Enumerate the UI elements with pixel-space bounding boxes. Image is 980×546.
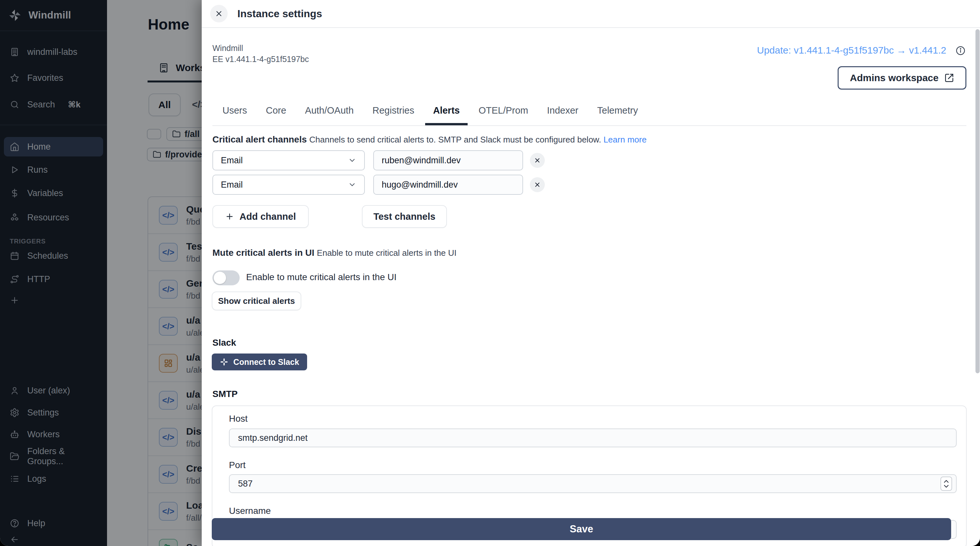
slack-heading: Slack [212, 338, 236, 348]
tab-telemetry[interactable]: Telemetry [597, 103, 638, 125]
instance-settings-drawer: Instance settings Windmill EE v1.441.1-4… [202, 0, 980, 546]
tab-indexer[interactable]: Indexer [547, 103, 579, 125]
username-label: Username [229, 506, 271, 516]
mute-toggle[interactable] [212, 270, 240, 285]
x-icon [534, 181, 541, 188]
port-label: Port [229, 460, 245, 470]
channel-email-input[interactable] [373, 175, 523, 195]
number-stepper[interactable] [940, 477, 952, 491]
instance-name: Windmill [212, 43, 243, 53]
remove-channel-button[interactable] [530, 153, 545, 168]
close-button[interactable] [210, 5, 228, 22]
tab-registries[interactable]: Registries [372, 103, 414, 125]
smtp-port-input[interactable] [229, 474, 957, 493]
remove-channel-button[interactable] [530, 177, 545, 192]
chevron-down-icon [348, 156, 356, 164]
x-icon [534, 157, 541, 164]
smtp-host-input[interactable] [229, 428, 957, 447]
mute-heading: Mute critical alerts in UI Enable to mut… [212, 248, 457, 258]
info-icon[interactable] [955, 45, 966, 56]
tab-users[interactable]: Users [223, 103, 247, 125]
test-channels-button[interactable]: Test channels [362, 205, 447, 228]
toggle-knob [214, 272, 226, 284]
admins-workspace-button[interactable]: Admins workspace [838, 66, 966, 89]
settings-tabs: Users Core Auth/OAuth Registries Alerts … [212, 103, 966, 126]
external-link-icon [944, 73, 954, 83]
learn-more-link[interactable]: Learn more [603, 135, 647, 144]
update-link[interactable]: Update: v1.441.1-4-g51f5197bc → v1.441.2 [757, 45, 946, 56]
tab-core[interactable]: Core [266, 103, 286, 125]
drawer-header: Instance settings [202, 0, 980, 28]
drawer-title: Instance settings [237, 8, 322, 20]
tab-auth-oauth[interactable]: Auth/OAuth [305, 103, 354, 125]
smtp-heading: SMTP [212, 389, 238, 399]
critical-channels-heading: Critical alert channels Channels to send… [212, 134, 647, 145]
channel-email-input[interactable] [373, 150, 523, 171]
save-button[interactable]: Save [212, 518, 951, 540]
close-icon [215, 10, 223, 18]
instance-version: EE v1.441.1-4-g51f5197bc [212, 54, 309, 64]
scrollbar-thumb[interactable] [975, 29, 980, 373]
chevron-down-icon [348, 180, 356, 189]
tab-otel-prom[interactable]: OTEL/Prom [479, 103, 528, 125]
plus-icon [225, 212, 234, 221]
show-critical-alerts-button[interactable]: Show critical alerts [212, 292, 301, 310]
channel-type-select[interactable]: Email [212, 150, 365, 171]
channel-type-select[interactable]: Email [212, 175, 365, 195]
host-label: Host [229, 413, 248, 424]
connect-to-slack-button[interactable]: Connect to Slack [212, 353, 307, 370]
app-window: Windmill windmill-labs Favorites Search … [0, 0, 980, 546]
add-channel-button[interactable]: Add channel [212, 205, 309, 228]
tab-alerts[interactable]: Alerts [433, 103, 460, 125]
mute-toggle-label: Enable to mute critical alerts in the UI [246, 272, 397, 283]
slack-icon [220, 358, 228, 366]
